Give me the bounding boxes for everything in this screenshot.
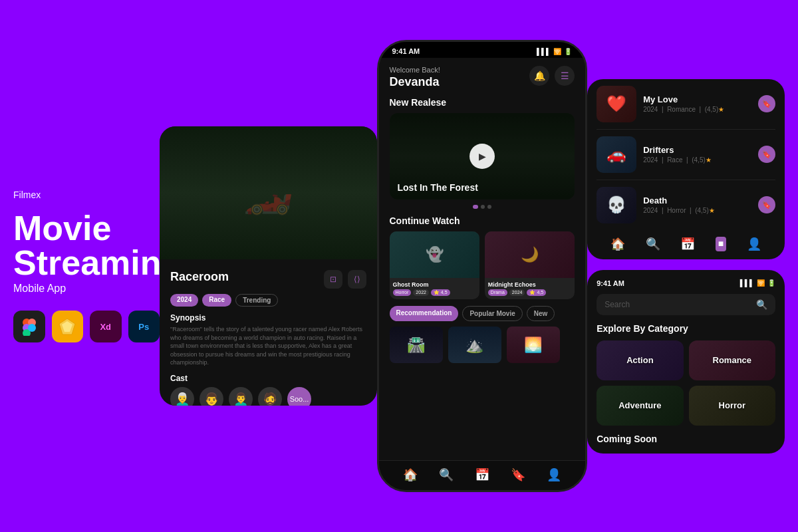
search-placeholder: Search	[604, 300, 751, 309]
midnight-echoes-info: Midnight Echoes Drama 2024 ⭐ 4,5	[485, 278, 575, 299]
year-tag: 2024	[170, 294, 198, 307]
death-rating: (4,5)★	[695, 207, 715, 214]
search-submit-icon[interactable]: 🔍	[756, 299, 767, 310]
filter-row: Recommendation Popular Movie New	[390, 306, 575, 321]
featured-movie-card[interactable]: ▶ Lost In The Forest	[390, 113, 575, 200]
status-time: 9:41 AM	[392, 47, 420, 55]
movie-header: Raceroom ⊡ ⟨⟩	[170, 270, 366, 289]
left-section: Filmex MovieStreaming Mobile App Xd Ps	[13, 190, 160, 342]
cast-row: 👨‍🦳 👨 👨‍🦱 🧔 Soo...	[170, 387, 366, 406]
bookmark-action-btn[interactable]: ⊡	[324, 270, 342, 289]
my-love-thumb: ❤️	[597, 86, 636, 122]
synopsis-heading: Synopsis	[170, 313, 366, 323]
car-visual: 🏎️	[160, 126, 377, 259]
search-status-icons: ▌▌▌ 🛜 🔋	[740, 279, 775, 287]
ps-icon: Ps	[128, 311, 160, 342]
ghost-room-tags: Horror 2022 ⭐ 4,5	[393, 289, 476, 296]
synopsis-text: "Raceroom" tells the story of a talented…	[170, 325, 366, 367]
cast-avatar-4: 🧔	[258, 387, 282, 406]
watch-card-midnight[interactable]: 🌙 Midnight Echoes Drama 2024 ⭐ 4,5	[485, 231, 575, 299]
action-label: Action	[626, 355, 653, 365]
ghost-room-title: Ghost Room	[393, 281, 476, 288]
watchlist-item-death: 💀 Death 2024 | Horror | (4,5)★ 🔖	[587, 180, 785, 230]
new-release-title: New Realese	[390, 97, 575, 108]
drifters-bookmark[interactable]: 🔖	[758, 146, 775, 163]
category-grid: Action Romance Adventure Horror	[597, 340, 775, 426]
cast-avatar-3: 👨‍🦱	[229, 387, 253, 406]
ghost-room-thumb: 👻	[390, 231, 479, 278]
category-adventure[interactable]: Adventure	[597, 386, 683, 426]
wnav-bookmark[interactable]: ■	[716, 237, 726, 251]
cast-avatar-2: 👨	[200, 387, 223, 406]
death-bookmark[interactable]: 🔖	[758, 196, 775, 213]
username-text: Devanda	[390, 75, 440, 89]
category-horror[interactable]: Horror	[689, 386, 775, 426]
my-love-title: My Love	[643, 94, 751, 104]
drifters-meta: 2024 | Race | (4,5)★	[643, 156, 751, 164]
movie-title: Raceroom	[170, 270, 229, 289]
dot-3	[487, 205, 491, 209]
app-subtitle: Mobile App	[13, 283, 160, 295]
carousel-dots	[390, 205, 575, 209]
watchlist-item-drifters: 🚗 Drifters 2024 | Race | (4,5)★ 🔖	[587, 130, 785, 180]
movie-action-buttons: ⊡ ⟨⟩	[324, 270, 366, 289]
ghost-genre-tag: Horror	[393, 289, 412, 296]
watchlist-card: ❤️ My Love 2024 | Romance | (4,5)★ 🔖 🚗	[587, 79, 785, 259]
movie-bg: 🏎️	[160, 126, 377, 259]
menu-btn[interactable]: ☰	[555, 66, 575, 86]
my-love-meta: 2024 | Romance | (4,5)★	[643, 106, 751, 113]
adventure-label: Adventure	[618, 400, 661, 410]
app-header: Welcome Back! Devanda 🔔 ☰	[390, 66, 575, 89]
explore-title: Explore By Category	[597, 323, 775, 334]
drifters-info: Drifters 2024 | Race | (4,5)★	[643, 145, 751, 164]
category-action[interactable]: Action	[597, 340, 683, 380]
romance-label: Romance	[713, 355, 752, 365]
nav-calendar-icon[interactable]: 📅	[475, 467, 489, 482]
search-bar[interactable]: Search 🔍	[597, 294, 775, 315]
midnight-rating-tag: ⭐ 4,5	[527, 289, 546, 296]
nav-search-icon[interactable]: 🔍	[439, 467, 454, 482]
dot-1	[473, 205, 478, 209]
share-action-btn[interactable]: ⟨⟩	[348, 270, 366, 289]
filter-new[interactable]: New	[527, 306, 555, 321]
wnav-home[interactable]: 🏠	[610, 237, 625, 251]
nav-profile-icon[interactable]: 👤	[547, 467, 561, 482]
nav-bookmark-icon[interactable]: 🔖	[511, 467, 525, 482]
nav-home-icon[interactable]: 🏠	[403, 467, 418, 482]
xd-icon: Xd	[90, 311, 122, 342]
category-romance[interactable]: Romance	[689, 340, 775, 380]
death-meta: 2024 | Horror | (4,5)★	[643, 207, 751, 214]
my-love-bookmark[interactable]: 🔖	[758, 95, 775, 112]
notification-bell-btn[interactable]: 🔔	[529, 66, 549, 86]
road-movie-thumb[interactable]: 🛣️	[390, 327, 443, 363]
greeting-block: Welcome Back! Devanda	[390, 66, 440, 89]
phone-main: 9:41 AM ▌▌▌ 🛜 🔋 Welcome Back! Devanda 🔔 …	[377, 40, 588, 492]
brand-name: Filmex	[13, 190, 160, 200]
genre-tags: 2024 Race Trending	[170, 294, 366, 307]
midnight-echoes-tags: Drama 2024 ⭐ 4,5	[488, 289, 571, 296]
header-icon-row: 🔔 ☰	[529, 66, 575, 86]
cast-avatar-1: 👨‍🦳	[170, 387, 194, 406]
wnav-search[interactable]: 🔍	[646, 237, 660, 251]
mountain-movie-thumb[interactable]: ⛰️	[448, 327, 501, 363]
death-info: Death 2024 | Horror | (4,5)★	[643, 196, 751, 214]
hero-text: MovieStreaming Mobile App	[13, 211, 160, 295]
midnight-echoes-thumb: 🌙	[485, 231, 575, 278]
phone-status-bar: 9:41 AM ▌▌▌ 🛜 🔋	[379, 42, 586, 58]
death-title: Death	[643, 196, 751, 205]
featured-movie-title: Lost In The Forest	[398, 182, 478, 193]
bottom-nav: 🏠 🔍 📅 🔖 👤	[379, 460, 586, 490]
movie-detail-card: 🏎️ Raceroom ⊡ ⟨⟩ 2024 Race Trending Syno…	[160, 126, 377, 406]
figma-icon	[13, 311, 45, 342]
filter-recommendation[interactable]: Recommendation	[390, 306, 459, 321]
drifters-thumb: 🚗	[597, 136, 636, 173]
horror-label: Horror	[719, 400, 745, 410]
status-icons: ▌▌▌ 🛜 🔋	[537, 48, 572, 55]
wnav-profile[interactable]: 👤	[747, 237, 761, 251]
coming-soon-title: Coming Soon	[597, 434, 775, 444]
play-featured-btn[interactable]: ▶	[469, 144, 495, 169]
watch-card-ghost[interactable]: 👻 Ghost Room Horror 2022 ⭐ 4,5	[390, 231, 479, 299]
wnav-calendar[interactable]: 📅	[680, 237, 695, 251]
filter-popular[interactable]: Popular Movie	[462, 306, 522, 321]
sunset-movie-thumb[interactable]: 🌅	[507, 327, 560, 363]
